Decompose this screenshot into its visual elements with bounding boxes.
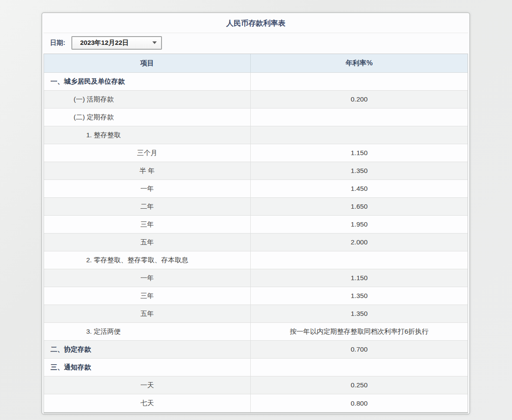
rate-cell: 0.800 xyxy=(251,394,468,412)
item-cell: 五年 xyxy=(44,234,251,251)
column-header-item: 项目 xyxy=(44,54,251,72)
date-select-value: 2023年12月22日 xyxy=(80,39,129,47)
rate-cell: 1.150 xyxy=(251,269,468,287)
table-row: 一、城乡居民及单位存款 xyxy=(44,73,468,91)
item-cell: (一) 活期存款 xyxy=(44,91,251,108)
rate-cell: 1.450 xyxy=(251,180,468,197)
table-row: 三年 1.350 xyxy=(44,287,468,305)
table-row: 三个月 1.150 xyxy=(44,144,468,162)
item-cell: 3. 定活两便 xyxy=(44,323,251,340)
rate-cell: 1.650 xyxy=(251,198,468,215)
rate-cell: 按一年以内定期整存整取同档次利率打6折执行 xyxy=(251,323,468,340)
date-bar: 日期: 2023年12月22日 xyxy=(44,33,468,52)
item-cell: 1. 整存整取 xyxy=(44,126,251,144)
rate-cell xyxy=(251,126,468,144)
rate-cell: 1.950 xyxy=(251,216,468,233)
table-row: 三、通知存款 xyxy=(44,359,468,376)
item-cell: 一、城乡居民及单位存款 xyxy=(44,73,251,90)
chevron-down-icon xyxy=(152,41,157,44)
item-cell: 一年 xyxy=(44,269,251,287)
table-row: 一天 0.250 xyxy=(44,376,468,394)
table-row: 2. 零存整取、整存零取、存本取息 xyxy=(44,251,468,269)
rate-table: 项目 年利率% 一、城乡居民及单位存款 (一) 活期存款 0.200 (二) 定… xyxy=(44,54,468,413)
item-cell: 二年 xyxy=(44,198,251,215)
table-row: 三年 1.950 xyxy=(44,216,468,234)
rate-cell: 0.250 xyxy=(251,376,468,394)
table-body: 一、城乡居民及单位存款 (一) 活期存款 0.200 (二) 定期存款 1. 整… xyxy=(44,73,468,412)
table-row: 七天 0.800 xyxy=(44,394,468,412)
rate-cell: 0.200 xyxy=(251,91,468,108)
date-select[interactable]: 2023年12月22日 xyxy=(71,36,162,50)
item-cell: 三、通知存款 xyxy=(44,359,251,376)
rate-cell: 1.150 xyxy=(251,144,468,162)
rate-cell: 1.350 xyxy=(251,305,468,322)
rate-cell xyxy=(251,108,468,126)
table-row: 二年 1.650 xyxy=(44,198,468,216)
table-row: 1. 整存整取 xyxy=(44,126,468,144)
page-title: 人民币存款利率表 xyxy=(44,14,468,33)
rate-cell xyxy=(251,73,468,90)
item-cell: 三年 xyxy=(44,287,251,305)
rate-cell: 1.350 xyxy=(251,162,468,180)
table-row: (二) 定期存款 xyxy=(44,108,468,126)
rate-table-card: 人民币存款利率表 日期: 2023年12月22日 项目 年利率% 一、城乡居民及… xyxy=(41,12,470,415)
table-row: 半 年 1.350 xyxy=(44,162,468,180)
item-cell: 七天 xyxy=(44,394,251,412)
item-cell: (二) 定期存款 xyxy=(44,108,251,126)
column-header-rate: 年利率% xyxy=(251,54,468,72)
table-row: 一年 1.450 xyxy=(44,180,468,198)
table-row: 五年 2.000 xyxy=(44,234,468,251)
item-cell: 三个月 xyxy=(44,144,251,162)
table-row: 五年 1.350 xyxy=(44,305,468,323)
table-row: 二、协定存款 0.700 xyxy=(44,341,468,359)
rate-cell xyxy=(251,251,468,269)
rate-cell: 1.350 xyxy=(251,287,468,305)
table-row: 一年 1.150 xyxy=(44,269,468,287)
item-cell: 一年 xyxy=(44,180,251,197)
rate-cell: 0.700 xyxy=(251,341,468,358)
item-cell: 三年 xyxy=(44,216,251,233)
item-cell: 一天 xyxy=(44,376,251,394)
table-header-row: 项目 年利率% xyxy=(44,54,468,73)
table-row: 3. 定活两便 按一年以内定期整存整取同档次利率打6折执行 xyxy=(44,323,468,341)
item-cell: 2. 零存整取、整存零取、存本取息 xyxy=(44,251,251,269)
item-cell: 五年 xyxy=(44,305,251,322)
date-label: 日期: xyxy=(50,39,65,47)
table-row: (一) 活期存款 0.200 xyxy=(44,91,468,108)
item-cell: 二、协定存款 xyxy=(44,341,251,358)
rate-cell: 2.000 xyxy=(251,234,468,251)
item-cell: 半 年 xyxy=(44,162,251,180)
rate-cell xyxy=(251,359,468,376)
